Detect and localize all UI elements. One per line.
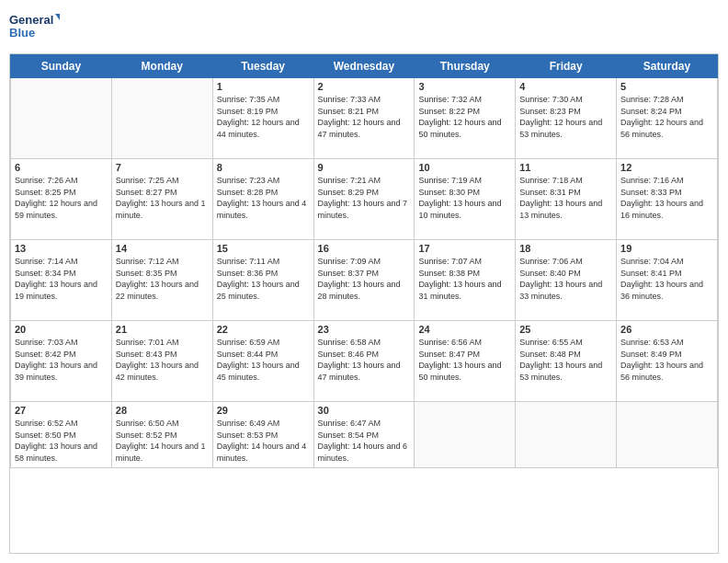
day-cell-2-0: 13Sunrise: 7:14 AM Sunset: 8:34 PM Dayli… bbox=[11, 240, 112, 321]
header-row: SundayMondayTuesdayWednesdayThursdayFrid… bbox=[11, 55, 718, 78]
day-cell-1-6: 12Sunrise: 7:16 AM Sunset: 8:33 PM Dayli… bbox=[617, 159, 718, 240]
day-cell-3-0: 20Sunrise: 7:03 AM Sunset: 8:42 PM Dayli… bbox=[11, 321, 112, 402]
calendar: SundayMondayTuesdayWednesdayThursdayFrid… bbox=[9, 53, 719, 554]
day-number: 8 bbox=[217, 162, 310, 173]
day-info: Sunrise: 6:56 AM Sunset: 8:47 PM Dayligh… bbox=[418, 337, 511, 383]
day-info: Sunrise: 6:58 AM Sunset: 8:46 PM Dayligh… bbox=[318, 337, 411, 383]
day-info: Sunrise: 7:25 AM Sunset: 8:27 PM Dayligh… bbox=[116, 175, 209, 221]
day-info: Sunrise: 7:23 AM Sunset: 8:28 PM Dayligh… bbox=[217, 175, 310, 221]
day-number: 16 bbox=[318, 243, 411, 254]
day-cell-1-4: 10Sunrise: 7:19 AM Sunset: 8:30 PM Dayli… bbox=[415, 159, 516, 240]
day-cell-4-1: 28Sunrise: 6:50 AM Sunset: 8:52 PM Dayli… bbox=[111, 402, 212, 468]
day-header-saturday: Saturday bbox=[617, 55, 718, 78]
day-info: Sunrise: 7:19 AM Sunset: 8:30 PM Dayligh… bbox=[418, 175, 511, 221]
day-header-sunday: Sunday bbox=[11, 55, 112, 78]
day-info: Sunrise: 7:18 AM Sunset: 8:31 PM Dayligh… bbox=[519, 175, 612, 221]
calendar-table: SundayMondayTuesdayWednesdayThursdayFrid… bbox=[10, 54, 718, 468]
day-number: 12 bbox=[620, 162, 713, 173]
day-cell-0-1 bbox=[111, 78, 212, 159]
day-cell-4-0: 27Sunrise: 6:52 AM Sunset: 8:50 PM Dayli… bbox=[11, 402, 112, 468]
day-number: 26 bbox=[620, 324, 713, 335]
day-cell-0-0 bbox=[11, 78, 112, 159]
day-cell-0-5: 4Sunrise: 7:30 AM Sunset: 8:23 PM Daylig… bbox=[516, 78, 617, 159]
day-number: 29 bbox=[217, 405, 310, 416]
day-number: 28 bbox=[116, 405, 209, 416]
day-number: 5 bbox=[620, 81, 713, 92]
day-info: Sunrise: 7:30 AM Sunset: 8:23 PM Dayligh… bbox=[519, 94, 612, 140]
week-row-4: 20Sunrise: 7:03 AM Sunset: 8:42 PM Dayli… bbox=[11, 321, 718, 402]
calendar-header: SundayMondayTuesdayWednesdayThursdayFrid… bbox=[11, 55, 718, 78]
day-info: Sunrise: 7:35 AM Sunset: 8:19 PM Dayligh… bbox=[217, 94, 310, 140]
day-number: 20 bbox=[15, 324, 108, 335]
day-cell-2-1: 14Sunrise: 7:12 AM Sunset: 8:35 PM Dayli… bbox=[111, 240, 212, 321]
day-cell-1-2: 8Sunrise: 7:23 AM Sunset: 8:28 PM Daylig… bbox=[212, 159, 313, 240]
day-number: 9 bbox=[318, 162, 411, 173]
week-row-5: 27Sunrise: 6:52 AM Sunset: 8:50 PM Dayli… bbox=[11, 402, 718, 468]
logo: General Blue bbox=[9, 9, 60, 46]
day-number: 10 bbox=[418, 162, 511, 173]
day-number: 19 bbox=[620, 243, 713, 254]
day-cell-3-2: 22Sunrise: 6:59 AM Sunset: 8:44 PM Dayli… bbox=[212, 321, 313, 402]
day-info: Sunrise: 7:04 AM Sunset: 8:41 PM Dayligh… bbox=[620, 256, 713, 302]
day-info: Sunrise: 7:03 AM Sunset: 8:42 PM Dayligh… bbox=[15, 337, 108, 383]
header: General Blue bbox=[9, 9, 719, 46]
day-cell-3-6: 26Sunrise: 6:53 AM Sunset: 8:49 PM Dayli… bbox=[617, 321, 718, 402]
day-info: Sunrise: 6:53 AM Sunset: 8:49 PM Dayligh… bbox=[620, 337, 713, 383]
day-number: 3 bbox=[418, 81, 511, 92]
day-info: Sunrise: 6:49 AM Sunset: 8:53 PM Dayligh… bbox=[217, 418, 310, 464]
day-info: Sunrise: 7:21 AM Sunset: 8:29 PM Dayligh… bbox=[318, 175, 411, 221]
day-cell-4-5 bbox=[516, 402, 617, 468]
day-cell-1-5: 11Sunrise: 7:18 AM Sunset: 8:31 PM Dayli… bbox=[516, 159, 617, 240]
day-number: 17 bbox=[418, 243, 511, 254]
day-cell-4-2: 29Sunrise: 6:49 AM Sunset: 8:53 PM Dayli… bbox=[212, 402, 313, 468]
day-cell-2-4: 17Sunrise: 7:07 AM Sunset: 8:38 PM Dayli… bbox=[415, 240, 516, 321]
day-cell-1-3: 9Sunrise: 7:21 AM Sunset: 8:29 PM Daylig… bbox=[313, 159, 415, 240]
week-row-1: 1Sunrise: 7:35 AM Sunset: 8:19 PM Daylig… bbox=[11, 78, 718, 159]
week-row-2: 6Sunrise: 7:26 AM Sunset: 8:25 PM Daylig… bbox=[11, 159, 718, 240]
day-info: Sunrise: 7:28 AM Sunset: 8:24 PM Dayligh… bbox=[620, 94, 713, 140]
day-header-wednesday: Wednesday bbox=[313, 55, 415, 78]
day-cell-2-2: 15Sunrise: 7:11 AM Sunset: 8:36 PM Dayli… bbox=[212, 240, 313, 321]
page: General Blue SundayMondayTuesdayWednesda… bbox=[0, 0, 728, 563]
day-cell-4-3: 30Sunrise: 6:47 AM Sunset: 8:54 PM Dayli… bbox=[313, 402, 415, 468]
day-cell-3-5: 25Sunrise: 6:55 AM Sunset: 8:48 PM Dayli… bbox=[516, 321, 617, 402]
day-cell-1-1: 7Sunrise: 7:25 AM Sunset: 8:27 PM Daylig… bbox=[111, 159, 212, 240]
day-number: 15 bbox=[217, 243, 310, 254]
svg-text:Blue: Blue bbox=[9, 26, 35, 40]
day-info: Sunrise: 7:33 AM Sunset: 8:21 PM Dayligh… bbox=[318, 94, 411, 140]
day-header-thursday: Thursday bbox=[415, 55, 516, 78]
day-cell-0-4: 3Sunrise: 7:32 AM Sunset: 8:22 PM Daylig… bbox=[415, 78, 516, 159]
day-info: Sunrise: 7:26 AM Sunset: 8:25 PM Dayligh… bbox=[15, 175, 108, 221]
day-number: 13 bbox=[15, 243, 108, 254]
day-info: Sunrise: 7:07 AM Sunset: 8:38 PM Dayligh… bbox=[418, 256, 511, 302]
day-cell-3-4: 24Sunrise: 6:56 AM Sunset: 8:47 PM Dayli… bbox=[415, 321, 516, 402]
day-header-friday: Friday bbox=[516, 55, 617, 78]
day-number: 2 bbox=[318, 81, 411, 92]
calendar-body: 1Sunrise: 7:35 AM Sunset: 8:19 PM Daylig… bbox=[11, 78, 718, 468]
day-number: 7 bbox=[116, 162, 209, 173]
day-info: Sunrise: 7:16 AM Sunset: 8:33 PM Dayligh… bbox=[620, 175, 713, 221]
day-cell-2-6: 19Sunrise: 7:04 AM Sunset: 8:41 PM Dayli… bbox=[617, 240, 718, 321]
day-cell-3-3: 23Sunrise: 6:58 AM Sunset: 8:46 PM Dayli… bbox=[313, 321, 415, 402]
day-number: 21 bbox=[116, 324, 209, 335]
day-info: Sunrise: 7:32 AM Sunset: 8:22 PM Dayligh… bbox=[418, 94, 511, 140]
day-number: 22 bbox=[217, 324, 310, 335]
day-info: Sunrise: 6:47 AM Sunset: 8:54 PM Dayligh… bbox=[318, 418, 411, 464]
day-info: Sunrise: 7:01 AM Sunset: 8:43 PM Dayligh… bbox=[116, 337, 209, 383]
day-info: Sunrise: 6:55 AM Sunset: 8:48 PM Dayligh… bbox=[519, 337, 612, 383]
day-info: Sunrise: 7:12 AM Sunset: 8:35 PM Dayligh… bbox=[116, 256, 209, 302]
day-number: 25 bbox=[519, 324, 612, 335]
day-number: 30 bbox=[318, 405, 411, 416]
week-row-3: 13Sunrise: 7:14 AM Sunset: 8:34 PM Dayli… bbox=[11, 240, 718, 321]
day-number: 23 bbox=[318, 324, 411, 335]
day-info: Sunrise: 7:14 AM Sunset: 8:34 PM Dayligh… bbox=[15, 256, 108, 302]
day-number: 18 bbox=[519, 243, 612, 254]
day-info: Sunrise: 6:50 AM Sunset: 8:52 PM Dayligh… bbox=[116, 418, 209, 464]
day-number: 14 bbox=[116, 243, 209, 254]
day-cell-0-3: 2Sunrise: 7:33 AM Sunset: 8:21 PM Daylig… bbox=[313, 78, 415, 159]
day-header-monday: Monday bbox=[111, 55, 212, 78]
day-number: 11 bbox=[519, 162, 612, 173]
day-cell-3-1: 21Sunrise: 7:01 AM Sunset: 8:43 PM Dayli… bbox=[111, 321, 212, 402]
day-info: Sunrise: 7:11 AM Sunset: 8:36 PM Dayligh… bbox=[217, 256, 310, 302]
day-cell-4-4 bbox=[415, 402, 516, 468]
